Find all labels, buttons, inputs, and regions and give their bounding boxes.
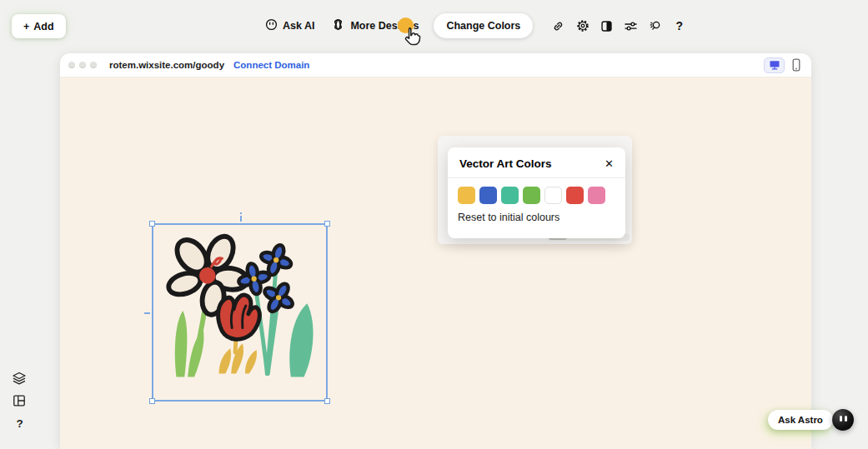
close-icon[interactable]: ✕	[605, 158, 614, 169]
stretch-handle[interactable]	[144, 312, 150, 314]
browser-address-bar: rotem.wixsite.com/goody Connect Domain	[60, 53, 811, 77]
fanned-cards-icon	[331, 18, 345, 33]
color-swatch[interactable]	[544, 187, 562, 204]
traffic-dot-icon	[68, 62, 75, 68]
popup-title: Vector Art Colors	[459, 157, 552, 170]
traffic-dot-icon	[90, 62, 97, 68]
traffic-dot-icon	[79, 62, 86, 68]
monitor-icon	[769, 60, 780, 70]
gear-icon[interactable]	[570, 13, 595, 38]
color-swatch[interactable]	[566, 187, 584, 204]
swatch-row	[448, 178, 625, 204]
editor-canvas[interactable]: Vector Art Colors ✕ Reset to initial col…	[60, 77, 811, 449]
change-colors-label: Change Colors	[446, 20, 520, 32]
change-colors-button[interactable]: Change Colors	[434, 13, 533, 38]
bot-eye	[840, 416, 842, 422]
layers-icon[interactable]	[12, 372, 27, 386]
toolbar-icon-group: ?	[546, 13, 691, 38]
help-button[interactable]: ?	[14, 417, 25, 430]
add-button-label: Add	[33, 21, 53, 32]
desktop-view-button[interactable]	[764, 57, 785, 73]
astro-bot-icon[interactable]	[832, 409, 854, 431]
bot-eye	[845, 416, 847, 422]
help-icon: ?	[676, 19, 684, 32]
ai-face-icon	[265, 18, 278, 33]
ask-astro-button[interactable]: Ask Astro	[768, 410, 833, 430]
color-swatch[interactable]	[501, 187, 519, 204]
wix-editor: + Add Ask AI More Designs Change Colors	[0, 0, 868, 449]
question-mark-icon: ?	[16, 417, 23, 430]
layout-grid-icon[interactable]	[13, 394, 26, 407]
ask-astro-label: Ask Astro	[778, 415, 823, 425]
popup-header: Vector Art Colors ✕	[448, 147, 625, 177]
color-swatch[interactable]	[479, 187, 497, 204]
phone-icon	[792, 58, 800, 72]
reset-colors-link[interactable]: Reset to initial colours	[448, 204, 625, 223]
frame-icon[interactable]	[595, 13, 619, 38]
sliders-icon[interactable]	[619, 13, 643, 38]
color-swatch[interactable]	[588, 187, 605, 204]
connect-domain-link[interactable]: Connect Domain	[233, 60, 309, 70]
zoom-tool-icon[interactable]	[643, 13, 667, 38]
vector-art-colors-popup: Vector Art Colors ✕ Reset to initial col…	[448, 147, 625, 238]
plus-icon: +	[23, 21, 29, 32]
stretch-handle[interactable]	[240, 216, 242, 222]
site-url: rotem.wixsite.com/goody	[109, 60, 224, 70]
ask-ai-label: Ask AI	[283, 20, 314, 32]
color-swatch[interactable]	[523, 187, 540, 204]
mobile-view-button[interactable]	[790, 57, 803, 73]
ask-ai-button[interactable]: Ask AI	[265, 18, 314, 33]
top-toolbar: Ask AI More Designs Change Colors	[265, 12, 691, 39]
hand-cursor-icon	[401, 26, 423, 52]
flower-vector-art[interactable]	[153, 225, 326, 400]
color-swatch[interactable]	[458, 187, 475, 204]
link-icon[interactable]	[546, 13, 570, 38]
add-button[interactable]: + Add	[12, 14, 66, 38]
selected-element-bounding-box[interactable]	[152, 223, 328, 402]
toolbar-help-button[interactable]: ?	[667, 13, 691, 38]
site-preview-window: rotem.wixsite.com/goody Connect Domain	[60, 53, 811, 449]
